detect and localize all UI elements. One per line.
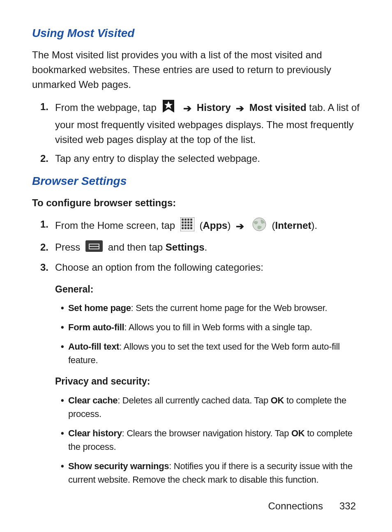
list-item: 1. From the Home screen, tap (Apps) ➔ bbox=[32, 217, 360, 236]
bullet-dot: • bbox=[61, 301, 68, 315]
bullet-dot: • bbox=[61, 426, 68, 454]
svg-rect-11 bbox=[187, 219, 189, 221]
ordered-list-browser-settings: 1. From the Home screen, tap (Apps) ➔ bbox=[32, 217, 360, 492]
bullet-dot: • bbox=[61, 320, 68, 334]
step-number: 1. bbox=[32, 217, 55, 232]
option-desc: : Sets the current home page for the Web… bbox=[131, 303, 327, 313]
ok-label: OK bbox=[271, 395, 284, 405]
list-item: • Show security warnings: Notifies you i… bbox=[61, 459, 360, 486]
svg-rect-22 bbox=[184, 227, 187, 229]
svg-rect-17 bbox=[182, 224, 184, 226]
category-heading-privacy: Privacy and security: bbox=[55, 374, 360, 389]
apps-grid-icon bbox=[180, 217, 194, 235]
step-body: Choose an option from the following cate… bbox=[55, 260, 360, 492]
svg-rect-14 bbox=[184, 221, 187, 223]
page-footer: Connections 332 bbox=[32, 499, 360, 514]
step-text-pre: Press bbox=[55, 242, 83, 253]
svg-rect-20 bbox=[190, 224, 192, 226]
svg-rect-23 bbox=[187, 227, 189, 229]
step-body: Tap any entry to display the selected we… bbox=[55, 151, 360, 166]
svg-rect-24 bbox=[190, 227, 192, 229]
option-desc-pre: : Clears the browser navigation history.… bbox=[122, 428, 291, 438]
step-number: 3. bbox=[32, 260, 55, 275]
globe-icon bbox=[252, 217, 267, 236]
option-label: Set home page bbox=[68, 303, 131, 313]
step-text: Choose an option from the following cate… bbox=[55, 262, 263, 273]
step-body: From the webpage, tap ➔ History ➔ Most v… bbox=[55, 99, 360, 147]
arrow-icon: ➔ bbox=[236, 219, 244, 234]
svg-rect-19 bbox=[187, 224, 189, 226]
step-number: 2. bbox=[32, 151, 55, 166]
step-text-post: . bbox=[205, 242, 208, 253]
arrow-icon: ➔ bbox=[236, 101, 244, 116]
bookmark-star-icon bbox=[161, 99, 175, 117]
option-desc-pre: : Deletes all currently cached data. Tap bbox=[118, 395, 271, 405]
heading-browser-settings: Browser Settings bbox=[32, 173, 360, 190]
list-item: • Set home page: Sets the current home p… bbox=[61, 301, 360, 315]
list-item: 1. From the webpage, tap ➔ History ➔ bbox=[32, 99, 360, 147]
step-text-mid: and then tap bbox=[108, 242, 166, 253]
step-body: From the Home screen, tap (Apps) ➔ bbox=[55, 217, 360, 236]
list-item: • Form auto-fill: Allows you to fill in … bbox=[61, 320, 360, 334]
svg-rect-12 bbox=[190, 219, 192, 221]
option-label: Clear history bbox=[68, 428, 122, 438]
list-item: • Auto-fill text: Allows you to set the … bbox=[61, 340, 360, 367]
most-visited-label: Most visited bbox=[249, 102, 307, 113]
heading-using-most-visited: Using Most Visited bbox=[32, 25, 360, 42]
footer-page-number: 332 bbox=[339, 499, 356, 514]
list-item: 2. Tap any entry to display the selected… bbox=[32, 151, 360, 166]
svg-rect-13 bbox=[182, 221, 184, 223]
ordered-list-most-visited: 1. From the webpage, tap ➔ History ➔ bbox=[32, 99, 360, 166]
bullet-list-privacy: • Clear cache: Deletes all currently cac… bbox=[61, 394, 360, 486]
arrow-icon: ➔ bbox=[183, 101, 191, 116]
step-body: Press and then tap Settings. bbox=[55, 240, 360, 256]
bullet-dot: • bbox=[61, 459, 68, 486]
bullet-dot: • bbox=[61, 340, 68, 367]
internet-label: Internet bbox=[275, 220, 311, 231]
apps-paren-close: ) bbox=[227, 220, 233, 231]
intro-most-visited: The Most visited list provides you with … bbox=[32, 48, 360, 92]
step-text-pre: From the Home screen, tap bbox=[55, 220, 178, 231]
svg-rect-10 bbox=[184, 219, 187, 221]
svg-rect-21 bbox=[182, 227, 184, 229]
list-item: 2. Press and then tap Settings. bbox=[32, 240, 360, 256]
bullet-list-general: • Set home page: Sets the current home p… bbox=[61, 301, 360, 367]
category-heading-general: General: bbox=[55, 282, 360, 297]
apps-label: Apps bbox=[203, 220, 227, 231]
option-label: Show security warnings bbox=[68, 461, 169, 471]
step-number: 2. bbox=[32, 240, 55, 255]
list-item: 3. Choose an option from the following c… bbox=[32, 260, 360, 492]
step-number: 1. bbox=[32, 99, 55, 114]
step-text-pre: From the webpage, tap bbox=[55, 102, 159, 113]
option-label: Form auto-fill bbox=[68, 322, 124, 332]
svg-rect-15 bbox=[187, 221, 189, 223]
subheading-configure: To configure browser settings: bbox=[32, 196, 360, 210]
menu-button-icon bbox=[85, 240, 103, 256]
svg-rect-16 bbox=[190, 221, 192, 223]
footer-section-name: Connections bbox=[268, 499, 323, 514]
option-label: Clear cache bbox=[68, 395, 118, 405]
history-label: History bbox=[197, 102, 231, 113]
settings-label: Settings bbox=[166, 242, 205, 253]
ok-label: OK bbox=[291, 428, 304, 438]
option-desc: : Allows you to fill in Web forms with a… bbox=[124, 322, 312, 332]
option-label: Auto-fill text bbox=[68, 341, 119, 352]
list-item: • Clear cache: Deletes all currently cac… bbox=[61, 394, 360, 421]
list-item: • Clear history: Clears the browser navi… bbox=[61, 426, 360, 454]
bullet-dot: • bbox=[61, 394, 68, 421]
svg-rect-9 bbox=[182, 219, 184, 221]
svg-rect-18 bbox=[184, 224, 187, 226]
internet-paren-close: ). bbox=[311, 220, 317, 231]
